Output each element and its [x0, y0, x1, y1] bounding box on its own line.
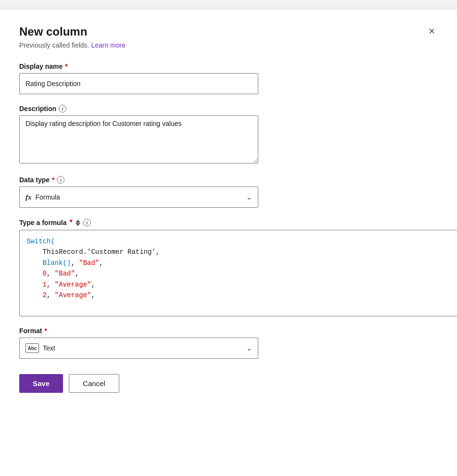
formula-line-1: Switch(: [26, 236, 457, 247]
subtitle: Previously called fields. Learn more: [19, 41, 438, 49]
formula-required: *: [70, 218, 73, 227]
formula-line-3: Blank(), "Bad",: [26, 258, 457, 268]
display-name-label: Display name *: [19, 63, 438, 70]
display-name-group: Display name *: [19, 63, 438, 94]
formula-input[interactable]: Switch( ThisRecord.'Customer Rating', Bl…: [19, 230, 457, 316]
data-type-select[interactable]: fx Formula ⌄: [19, 187, 258, 208]
display-name-input[interactable]: [19, 73, 258, 94]
formula-info-icon: i: [83, 219, 91, 226]
data-type-chevron-icon: ⌄: [246, 193, 252, 201]
modal-header: New column ×: [19, 25, 438, 38]
formula-group: Type a formula * i Switch( ThisRecord.'C…: [19, 218, 438, 316]
text-format-icon: Abc: [25, 343, 39, 353]
format-chevron-icon: ⌄: [246, 344, 252, 352]
formula-line-5: 1, "Average",: [26, 279, 457, 290]
description-label: Description i: [19, 105, 438, 113]
format-select[interactable]: Abc Text ⌄: [19, 338, 258, 359]
formula-sort-icon[interactable]: [76, 220, 80, 226]
cancel-button[interactable]: Cancel: [69, 374, 119, 393]
description-input[interactable]: Display rating description for Customer …: [19, 115, 258, 163]
formula-line-4: 0, "Bad",: [26, 268, 457, 279]
close-button[interactable]: ×: [426, 25, 438, 38]
learn-more-link[interactable]: Learn more: [91, 41, 126, 49]
formula-icon: fx: [25, 193, 32, 201]
display-name-required: *: [65, 63, 67, 70]
format-label: Format *: [19, 327, 438, 335]
formula-line-6: 2, "Average",: [26, 290, 457, 301]
formula-label: Type a formula: [19, 219, 67, 226]
modal-title: New column: [19, 25, 87, 38]
data-type-group: Data type * i fx Formula ⌄: [19, 176, 438, 208]
save-button[interactable]: Save: [19, 374, 63, 393]
data-type-required: *: [52, 176, 54, 184]
data-type-label: Data type * i: [19, 176, 438, 184]
description-info-icon: i: [59, 105, 66, 113]
formula-label-row: Type a formula * i: [19, 218, 438, 227]
formula-line-2: ThisRecord.'Customer Rating',: [26, 247, 457, 257]
description-group: Description i Display rating description…: [19, 105, 438, 165]
data-type-info-icon: i: [57, 176, 64, 184]
format-required: *: [44, 327, 47, 335]
data-type-value: Formula: [36, 193, 247, 201]
format-value: Text: [43, 344, 246, 352]
new-column-modal: New column × Previously called fields. L…: [0, 10, 457, 476]
format-group: Format * Abc Text ⌄: [19, 327, 438, 359]
button-row: Save Cancel: [19, 374, 438, 393]
